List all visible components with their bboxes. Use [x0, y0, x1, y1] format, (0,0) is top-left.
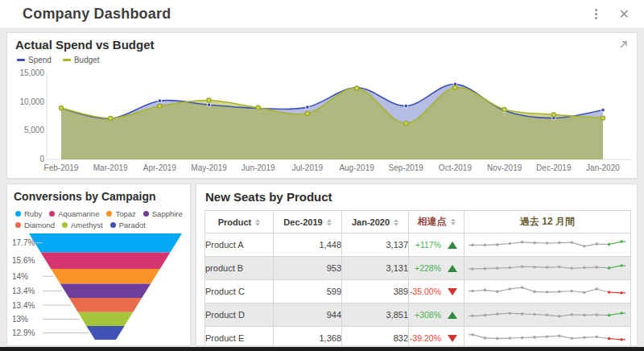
spend-marker[interactable]	[158, 99, 162, 103]
arrow-down-icon	[448, 288, 457, 295]
sort-icon[interactable]	[327, 219, 332, 226]
spend-budget-panel: Actual Spend vs Budget SpendBudget 15,00…	[6, 32, 638, 179]
window-icons: ✕	[592, 6, 630, 22]
budget-marker[interactable]	[601, 116, 605, 120]
table-row: product B9533,131+228%	[205, 257, 631, 280]
difference-value: +228%	[415, 263, 441, 273]
difference-cell: +308%	[409, 304, 464, 327]
seats-table: Product Dec-2019 Jan-2020 相違点 過去 12 月間 P…	[204, 210, 631, 346]
budget-marker[interactable]	[404, 122, 408, 126]
difference-value: +117%	[415, 240, 441, 250]
sparkline	[468, 327, 627, 346]
product-cell: Product A	[205, 233, 274, 257]
sort-icon[interactable]	[451, 218, 456, 225]
conversions-panel: Conversions by Campaign RubyAquamarineTo…	[6, 184, 191, 346]
jan-value-cell: 3,137	[342, 233, 409, 257]
funnel-percent-label: 13.4%	[12, 301, 35, 310]
close-icon[interactable]: ✕	[619, 8, 630, 21]
table-row: Product C599389-35.00%	[205, 280, 631, 304]
bottom-window-edge	[0, 347, 644, 351]
difference-cell: -35.00%	[409, 280, 464, 304]
budget-marker[interactable]	[158, 104, 162, 108]
kebab-menu-icon[interactable]	[592, 6, 600, 22]
col-header-last-12-months: 過去 12 月間	[464, 211, 631, 233]
jan-value-cell: 389	[342, 280, 409, 304]
col-header-jan2020[interactable]: Jan-2020	[342, 211, 409, 233]
funnel-percent-label: 13.4%	[12, 287, 35, 295]
new-seats-panel: New Seats by Product Product Dec-2019 Ja…	[196, 184, 638, 346]
funnel-segment-ruby[interactable]	[29, 233, 182, 252]
sparkline	[468, 233, 627, 254]
dec-value-cell: 953	[274, 257, 342, 280]
spend-marker[interactable]	[404, 104, 408, 108]
funnel-segment-aquamarine[interactable]	[41, 252, 171, 269]
budget-marker[interactable]	[551, 113, 555, 117]
sort-icon[interactable]	[394, 219, 398, 226]
difference-value: -35.00%	[410, 287, 441, 296]
sparkline	[468, 257, 627, 278]
budget-marker[interactable]	[355, 86, 359, 90]
difference-cell: -39.20%	[409, 327, 464, 347]
dec-value-cell: 599	[274, 280, 342, 304]
dec-value-cell: 1,368	[274, 327, 342, 347]
titlebar: Company Dashboard ✕	[0, 0, 644, 29]
funnel-segment-sapphire[interactable]	[60, 283, 151, 298]
funnel-segment-diamond[interactable]	[69, 298, 142, 312]
sparkline	[468, 280, 627, 301]
arrow-down-icon	[448, 335, 457, 342]
arrow-up-icon	[448, 242, 457, 249]
arrow-up-icon	[448, 265, 457, 272]
product-cell: Product C	[205, 280, 274, 304]
col-header-product[interactable]: Product	[205, 211, 274, 233]
table-title: New Seats by Product	[205, 190, 332, 204]
funnel-percent-label: 15.6%	[12, 256, 35, 265]
funnel-chart: 17.7%15.6%14%13.4%13.4%13%12.9%	[7, 184, 190, 345]
table-header-row: Product Dec-2019 Jan-2020 相違点 過去 12 月間	[205, 211, 631, 233]
sparkline-cell	[464, 280, 631, 304]
dec-value-cell: 944	[274, 304, 342, 327]
col-header-difference[interactable]: 相違点	[409, 211, 464, 233]
funnel-segment-amethyst[interactable]	[78, 312, 133, 326]
budget-marker[interactable]	[502, 107, 506, 111]
product-cell: Product E	[205, 327, 274, 347]
sparkline-cell	[464, 327, 631, 347]
jan-value-cell: 832	[342, 327, 409, 347]
sparkline-cell	[464, 233, 631, 257]
sparkline-cell	[464, 257, 631, 280]
sparkline-cell	[464, 304, 631, 327]
col-header-dec2019[interactable]: Dec-2019	[274, 211, 342, 233]
jan-value-cell: 3,851	[342, 304, 409, 327]
page-title: Company Dashboard	[23, 6, 171, 23]
budget-marker[interactable]	[109, 116, 113, 120]
budget-marker[interactable]	[59, 106, 63, 110]
difference-cell: +117%	[409, 233, 464, 257]
budget-marker[interactable]	[305, 111, 309, 115]
sort-icon[interactable]	[255, 219, 260, 226]
funnel-segment-topaz[interactable]	[51, 269, 159, 283]
spend-budget-area-chart	[7, 33, 637, 178]
funnel-percent-label: 13%	[12, 315, 28, 324]
table-row: Product D9443,851+308%	[205, 304, 631, 327]
difference-value: -39.20%	[410, 333, 441, 343]
product-cell: product B	[205, 257, 274, 280]
table-row: Product A1,4483,137+117%	[205, 233, 631, 257]
jan-value-cell: 3,131	[342, 257, 409, 280]
funnel-percent-label: 12.9%	[12, 328, 35, 337]
spend-marker[interactable]	[207, 103, 211, 107]
funnel-percent-label: 17.7%	[12, 238, 35, 247]
budget-marker[interactable]	[256, 105, 260, 109]
spend-marker[interactable]	[306, 105, 310, 109]
dec-value-cell: 1,448	[274, 233, 342, 257]
dashboard-app: Company Dashboard ✕ Actual Spend vs Budg…	[0, 0, 644, 351]
sparkline	[468, 304, 627, 324]
difference-value: +308%	[415, 310, 441, 320]
difference-cell: +228%	[409, 257, 464, 280]
funnel-segment-paradot[interactable]	[86, 326, 124, 340]
budget-marker[interactable]	[453, 85, 457, 89]
funnel-percent-label: 14%	[12, 272, 28, 281]
product-cell: Product D	[205, 304, 274, 327]
table-row: Product E1,368832-39.20%	[205, 327, 631, 347]
arrow-up-icon	[448, 312, 457, 319]
budget-marker[interactable]	[207, 98, 211, 102]
spend-marker[interactable]	[601, 108, 605, 112]
